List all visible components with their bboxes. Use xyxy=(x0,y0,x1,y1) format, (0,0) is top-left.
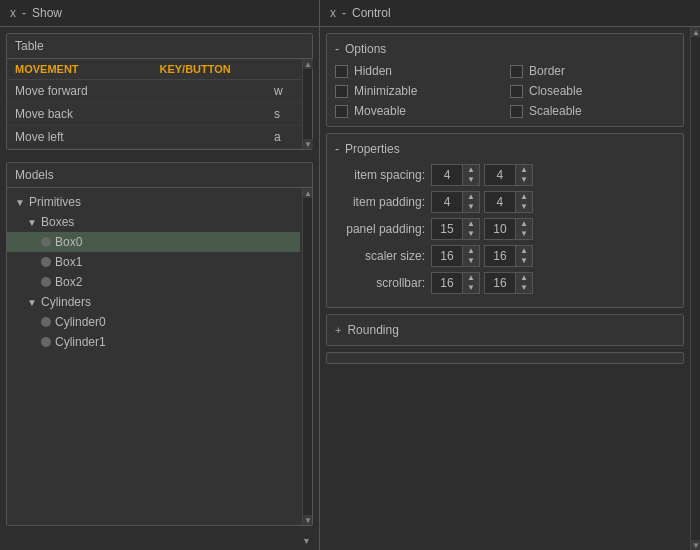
spinner-group-panel-padding: 15 ▲ ▼ 10 ▲ ▼ xyxy=(431,218,533,240)
tree-item-cylinder0[interactable]: Cylinder0 xyxy=(7,312,300,332)
options-dash: - xyxy=(335,42,339,56)
spinner-group-item-padding: 4 ▲ ▼ 4 ▲ ▼ xyxy=(431,191,533,213)
right-panel: x - Control - Options Hidden Border xyxy=(320,0,700,550)
spin-up-button[interactable]: ▲ xyxy=(516,192,532,202)
spin-up-button[interactable]: ▲ xyxy=(516,219,532,229)
option-moveable: Moveable xyxy=(335,104,500,118)
table-section: Table MOVEMENT KEY/BUTTON Move forward w… xyxy=(6,33,313,150)
table-scroll[interactable]: Move forward w Move back s Move left a xyxy=(7,80,312,149)
prop-label-scaler-size: scaler size: xyxy=(335,249,425,263)
table-row: Move forward w xyxy=(7,80,312,103)
spin-down-button[interactable]: ▼ xyxy=(516,175,532,185)
tree-item-cylinders[interactable]: ▼ Cylinders xyxy=(7,292,300,312)
tree-label: Box2 xyxy=(55,275,82,289)
option-scaleable: Scaleable xyxy=(510,104,675,118)
spin-down-button[interactable]: ▼ xyxy=(516,256,532,266)
table-scroll-up-arrow[interactable]: ▲ xyxy=(303,59,313,69)
option-border: Border xyxy=(510,64,675,78)
table-scroll-down-arrow[interactable]: ▼ xyxy=(303,139,313,149)
spinner-item-spacing-1: 4 ▲ ▼ xyxy=(431,164,480,186)
prop-row-panel-padding: panel padding: 15 ▲ ▼ 10 ▲ xyxy=(335,218,675,240)
spinner-value[interactable]: 16 xyxy=(485,249,515,263)
tree-label: Box1 xyxy=(55,255,82,269)
rounding-title: Rounding xyxy=(347,323,398,337)
spin-up-button[interactable]: ▲ xyxy=(463,273,479,283)
tree-item-primitives[interactable]: ▼ Primitives xyxy=(7,192,300,212)
checkbox-minimizable[interactable] xyxy=(335,85,348,98)
spin-up-button[interactable]: ▲ xyxy=(516,246,532,256)
spin-up-button[interactable]: ▲ xyxy=(463,246,479,256)
spin-down-button[interactable]: ▼ xyxy=(516,283,532,293)
models-scroll-down-arrow[interactable]: ▼ xyxy=(303,515,313,525)
spin-down-button[interactable]: ▼ xyxy=(516,229,532,239)
left-close-button[interactable]: x xyxy=(10,6,16,20)
checkbox-scaleable[interactable] xyxy=(510,105,523,118)
spinner-item-padding-2: 4 ▲ ▼ xyxy=(484,191,533,213)
option-label-closeable: Closeable xyxy=(529,84,582,98)
right-close-button[interactable]: x xyxy=(330,6,336,20)
spinner-value[interactable]: 4 xyxy=(485,168,515,182)
checkbox-border[interactable] xyxy=(510,65,523,78)
tree-item-boxes[interactable]: ▼ Boxes xyxy=(7,212,300,232)
spinner-value[interactable]: 4 xyxy=(432,168,462,182)
option-label-scaleable: Scaleable xyxy=(529,104,582,118)
spinner-value[interactable]: 16 xyxy=(485,276,515,290)
spinner-value[interactable]: 16 xyxy=(432,276,462,290)
toggle-icon: ▼ xyxy=(27,217,37,228)
spinner-group-item-spacing: 4 ▲ ▼ 4 ▲ ▼ xyxy=(431,164,533,186)
spinner-arrows: ▲ ▼ xyxy=(515,192,532,212)
spinner-value[interactable]: 10 xyxy=(485,222,515,236)
right-panel-title: Control xyxy=(352,6,391,20)
spin-up-button[interactable]: ▲ xyxy=(463,219,479,229)
spin-up-button[interactable]: ▲ xyxy=(516,165,532,175)
spinner-value[interactable]: 4 xyxy=(432,195,462,209)
checkbox-moveable[interactable] xyxy=(335,105,348,118)
checkbox-closeable[interactable] xyxy=(510,85,523,98)
spin-down-button[interactable]: ▼ xyxy=(516,202,532,212)
tree-scroll[interactable]: ▼ Primitives ▼ Boxes Box0 Box1 xyxy=(7,188,312,525)
right-scroll-down-arrow[interactable]: ▼ xyxy=(691,540,700,550)
left-panel-title: Show xyxy=(32,6,62,20)
left-panel-bottom-arrow: ▼ xyxy=(302,536,311,546)
tree-label: Cylinder0 xyxy=(55,315,106,329)
row-value: a xyxy=(274,130,304,144)
spin-down-button[interactable]: ▼ xyxy=(463,229,479,239)
object-icon xyxy=(41,277,51,287)
spinner-arrows: ▲ ▼ xyxy=(515,246,532,266)
spinner-value[interactable]: 16 xyxy=(432,249,462,263)
spin-up-button[interactable]: ▲ xyxy=(463,192,479,202)
spin-down-button[interactable]: ▼ xyxy=(463,283,479,293)
spinner-panel-padding-1: 15 ▲ ▼ xyxy=(431,218,480,240)
checkbox-hidden[interactable] xyxy=(335,65,348,78)
spin-down-button[interactable]: ▼ xyxy=(463,175,479,185)
options-title: Options xyxy=(345,42,386,56)
object-icon xyxy=(41,317,51,327)
row-label: Move forward xyxy=(15,84,274,98)
models-scroll-up-arrow[interactable]: ▲ xyxy=(303,188,313,198)
tree-item-box1[interactable]: Box1 xyxy=(7,252,300,272)
right-scroll-up-arrow[interactable]: ▲ xyxy=(691,27,700,37)
options-section: - Options Hidden Border Minimizable xyxy=(326,33,684,127)
tree-label: Cylinder1 xyxy=(55,335,106,349)
tree-item-box2[interactable]: Box2 xyxy=(7,272,300,292)
spinner-group-scrollbar: 16 ▲ ▼ 16 ▲ ▼ xyxy=(431,272,533,294)
spinner-arrows: ▲ ▼ xyxy=(462,273,479,293)
option-label-border: Border xyxy=(529,64,565,78)
prop-row-item-spacing: item spacing: 4 ▲ ▼ 4 ▲ xyxy=(335,164,675,186)
spin-up-button[interactable]: ▲ xyxy=(516,273,532,283)
spinner-value[interactable]: 15 xyxy=(432,222,462,236)
bottom-bar xyxy=(326,352,684,364)
spin-down-button[interactable]: ▼ xyxy=(463,202,479,212)
spinner-value[interactable]: 4 xyxy=(485,195,515,209)
table-header-row: MOVEMENT KEY/BUTTON xyxy=(7,59,312,80)
spinner-arrows: ▲ ▼ xyxy=(462,165,479,185)
toggle-icon: ▼ xyxy=(15,197,25,208)
object-icon xyxy=(41,237,51,247)
spin-down-button[interactable]: ▼ xyxy=(463,256,479,266)
rounding-section[interactable]: + Rounding xyxy=(326,314,684,346)
tree-item-cylinder1[interactable]: Cylinder1 xyxy=(7,332,300,352)
options-grid: Hidden Border Minimizable Closeable xyxy=(335,64,675,118)
spinner-item-spacing-2: 4 ▲ ▼ xyxy=(484,164,533,186)
spin-up-button[interactable]: ▲ xyxy=(463,165,479,175)
tree-item-box0[interactable]: Box0 xyxy=(7,232,300,252)
